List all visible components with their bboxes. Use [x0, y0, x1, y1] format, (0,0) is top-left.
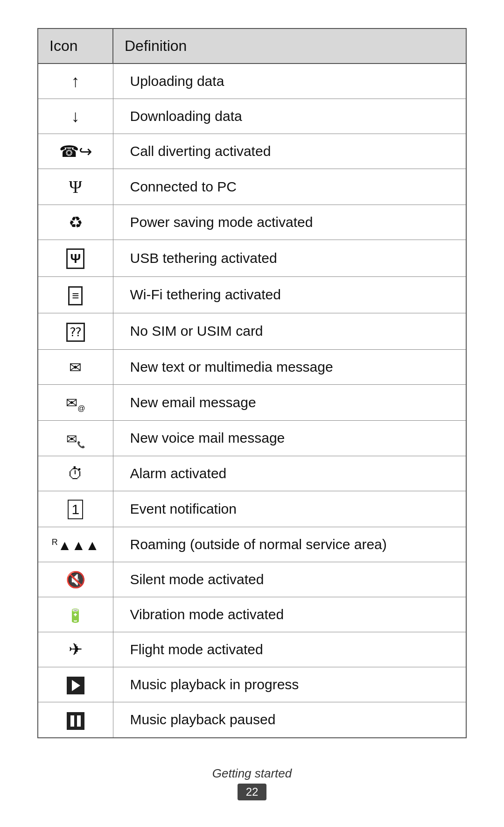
definition-cell: New text or multimedia message [113, 349, 466, 384]
definition-cell: Silent mode activated [113, 562, 466, 597]
definition-cell: New email message [113, 384, 466, 420]
table-row: ♻Power saving mode activated [38, 205, 466, 240]
definition-cell: Music playback paused [113, 702, 466, 737]
new-voicemail-icon: ✉📞 [38, 420, 113, 456]
definition-cell: Uploading data [113, 64, 466, 99]
definition-cell: Event notification [113, 491, 466, 527]
table-row: R▲▲▲Roaming (outside of normal service a… [38, 527, 466, 562]
definition-cell: Downloading data [113, 99, 466, 134]
definition-cell: Vibration mode activated [113, 597, 466, 632]
call-divert-icon: ☎↪ [38, 134, 113, 169]
table-row: ☎↪Call diverting activated [38, 134, 466, 169]
table-row: ✉New text or multimedia message [38, 349, 466, 384]
usb-tethering-icon: Ψ [38, 240, 113, 277]
table-row: Music playback in progress [38, 667, 466, 702]
upload-icon: ↑ [38, 64, 113, 99]
download-icon: ↓ [38, 99, 113, 134]
table-row: 🔇Silent mode activated [38, 562, 466, 597]
page-footer: Getting started 22 [212, 766, 292, 800]
music-pause-icon [38, 702, 113, 737]
definition-column-header: Definition [113, 29, 466, 64]
music-play-icon [38, 667, 113, 702]
icon-table-container: Icon Definition ↑Uploading data↓Download… [37, 28, 467, 738]
event-notification-icon: 1 [38, 491, 113, 527]
connected-pc-icon: Ψ [38, 169, 113, 205]
vibration-mode-icon: 🔋 [38, 597, 113, 632]
power-saving-icon: ♻ [38, 205, 113, 240]
wifi-tethering-icon: ≡ [38, 276, 113, 313]
definition-cell: Roaming (outside of normal service area) [113, 527, 466, 562]
table-header-row: Icon Definition [38, 29, 466, 64]
definition-cell: Flight mode activated [113, 632, 466, 667]
no-sim-icon: ⁇ [38, 313, 113, 349]
table-row: ⏱Alarm activated [38, 456, 466, 491]
icon-definition-table: Icon Definition ↑Uploading data↓Download… [38, 29, 466, 737]
definition-cell: Music playback in progress [113, 667, 466, 702]
table-row: ✉📞New voice mail message [38, 420, 466, 456]
table-row: ✈Flight mode activated [38, 632, 466, 667]
definition-cell: Power saving mode activated [113, 205, 466, 240]
definition-cell: Wi-Fi tethering activated [113, 276, 466, 313]
definition-cell: USB tethering activated [113, 240, 466, 277]
table-row: ⁇No SIM or USIM card [38, 313, 466, 349]
definition-cell: No SIM or USIM card [113, 313, 466, 349]
table-body: ↑Uploading data↓Downloading data☎↪Call d… [38, 64, 466, 737]
table-row: ΨUSB tethering activated [38, 240, 466, 277]
definition-cell: Call diverting activated [113, 134, 466, 169]
new-email-icon: ✉@ [38, 384, 113, 420]
table-row: ↓Downloading data [38, 99, 466, 134]
definition-cell: Alarm activated [113, 456, 466, 491]
table-row: ΨConnected to PC [38, 169, 466, 205]
table-row: ≡Wi-Fi tethering activated [38, 276, 466, 313]
table-row: Music playback paused [38, 702, 466, 737]
definition-cell: New voice mail message [113, 420, 466, 456]
footer-caption: Getting started [212, 766, 292, 781]
icon-column-header: Icon [38, 29, 113, 64]
roaming-icon: R▲▲▲ [38, 527, 113, 562]
silent-mode-icon: 🔇 [38, 562, 113, 597]
table-row: ↑Uploading data [38, 64, 466, 99]
new-message-icon: ✉ [38, 349, 113, 384]
alarm-icon: ⏱ [38, 456, 113, 491]
table-row: ✉@New email message [38, 384, 466, 420]
table-row: 1Event notification [38, 491, 466, 527]
definition-cell: Connected to PC [113, 169, 466, 205]
flight-mode-icon: ✈ [38, 632, 113, 667]
table-row: 🔋Vibration mode activated [38, 597, 466, 632]
page-number: 22 [238, 784, 267, 800]
